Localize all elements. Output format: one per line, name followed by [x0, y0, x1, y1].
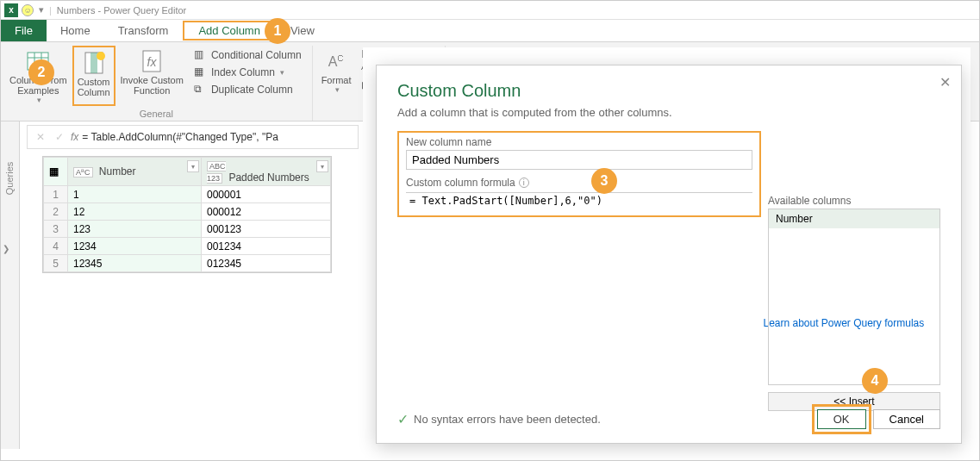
conditional-column-button[interactable]: ▥Conditional Column: [192, 47, 303, 63]
formula-preview-line: = Text.PadStart([Number],6,"0"): [406, 192, 752, 209]
callout-3: 3: [591, 168, 617, 194]
any-type-icon: ABC 123: [207, 161, 226, 184]
formula-text[interactable]: = Table.AddColumn(#"Changed Type", "Pa: [82, 131, 278, 143]
check-icon: ✓: [397, 411, 409, 427]
available-columns-panel: Available columns Number << Insert: [768, 195, 940, 411]
table-row[interactable]: 41234001234: [44, 238, 331, 255]
svg-text:Aꟲ: Aꟲ: [328, 54, 345, 69]
svg-rect-5: [91, 53, 97, 73]
table-row[interactable]: 3123000123: [44, 221, 331, 238]
table-row[interactable]: 512345012345: [44, 255, 331, 272]
callout-4: 4: [862, 368, 888, 394]
dialog-title: Custom Column: [397, 81, 940, 101]
queries-pane[interactable]: ❯ Queries: [1, 121, 20, 449]
new-column-name-label: New column name: [406, 136, 752, 148]
tab-add-column[interactable]: Add Column: [183, 21, 276, 40]
svg-text:fx: fx: [147, 55, 158, 69]
fx-icon: fx: [71, 131, 78, 143]
syntax-status: ✓ No syntax errors have been detected.: [397, 411, 601, 427]
svg-point-6: [97, 52, 105, 60]
callout-1: 1: [265, 18, 290, 44]
close-icon[interactable]: ✕: [939, 74, 951, 90]
ribbon-tabs: File Home Transform Add Column View: [1, 20, 979, 42]
index-column-button[interactable]: ▦Index Column: [192, 65, 286, 80]
formula-bar[interactable]: ✕ ✓ fx = Table.AddColumn(#"Changed Type"…: [27, 125, 359, 149]
custom-column-button[interactable]: Custom Column: [72, 46, 115, 106]
index-icon: ▦: [194, 65, 208, 79]
tab-home[interactable]: Home: [47, 20, 104, 41]
invoke-function-icon: fx: [138, 47, 165, 75]
table-corner[interactable]: ▦: [44, 158, 68, 186]
custom-formula-label: Custom column formula i: [406, 177, 752, 189]
conditional-icon: ▥: [194, 48, 208, 62]
insert-button[interactable]: << Insert: [768, 392, 940, 411]
custom-column-icon: [80, 49, 108, 77]
table-row[interactable]: 11000001: [44, 186, 331, 203]
column-header-padded[interactable]: ABC 123 Padded Numbers ▾: [202, 158, 331, 186]
group-general-label: General: [140, 109, 173, 119]
tab-transform[interactable]: Transform: [104, 20, 183, 41]
callout-2: 2: [28, 59, 54, 85]
text-type-icon: AᴮC: [73, 167, 93, 178]
ok-button[interactable]: OK: [817, 409, 866, 429]
excel-icon: x: [4, 3, 18, 17]
cancel-button[interactable]: Cancel: [873, 409, 940, 429]
smiley-icon[interactable]: ☺: [22, 4, 34, 16]
tab-file[interactable]: File: [1, 20, 47, 41]
dialog-subtitle: Add a column that is computed from the o…: [397, 106, 940, 119]
title-bar: x ☺ ▾ | Numbers - Power Query Editor: [1, 1, 979, 20]
info-icon[interactable]: i: [519, 178, 529, 188]
list-item[interactable]: Number: [769, 209, 939, 228]
invoke-custom-function-button[interactable]: fx Invoke Custom Function: [117, 46, 187, 106]
format-icon: Aꟲ: [322, 47, 350, 75]
duplicate-column-button[interactable]: ⧉Duplicate Column: [192, 82, 295, 97]
column-header-number[interactable]: AᴮC Number ▾: [68, 158, 202, 186]
duplicate-icon: ⧉: [194, 83, 208, 97]
queries-label: Queries: [5, 162, 16, 196]
expand-icon[interactable]: ❯: [3, 244, 9, 253]
table-row[interactable]: 212000012: [44, 203, 331, 221]
formula-accept-icon[interactable]: ✓: [52, 131, 67, 143]
new-column-name-input[interactable]: [406, 150, 752, 170]
available-columns-label: Available columns: [768, 195, 940, 207]
filter-dropdown-icon[interactable]: ▾: [187, 160, 199, 172]
data-preview-table: ▦ AᴮC Number ▾ ABC 123 Padded Numbers ▾ …: [42, 156, 332, 273]
window-title: Numbers - Power Query Editor: [57, 5, 186, 16]
filter-dropdown-icon[interactable]: ▾: [316, 160, 328, 172]
format-button[interactable]: Aꟲ Format: [318, 46, 355, 96]
available-columns-list[interactable]: Number: [768, 209, 940, 385]
formula-cancel-icon[interactable]: ✕: [33, 131, 48, 143]
highlighted-field-block: New column name Custom column formula i …: [397, 131, 761, 217]
